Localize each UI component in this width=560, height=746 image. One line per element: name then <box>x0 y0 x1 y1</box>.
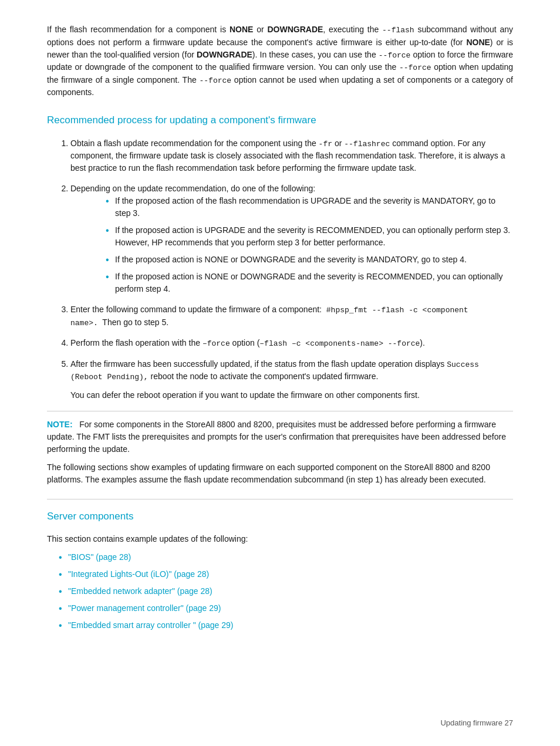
step-2: Depending on the update recommendation, … <box>70 183 513 295</box>
note-box: NOTE: For some components in the StoreAl… <box>47 411 513 499</box>
steps-list: Obtain a flash update recommendation for… <box>70 137 513 401</box>
step-3: Enter the following command to update th… <box>70 303 513 329</box>
bullet-4: If the proposed action is NONE or DOWNGR… <box>106 271 513 295</box>
step5-para2: You can defer the reboot operation if yo… <box>70 389 513 401</box>
downgrade-bold2: DOWNGRADE <box>197 50 252 59</box>
server-components-list: "BIOS" (page 28) "Integrated Lights-Out … <box>59 551 513 632</box>
note-para1: NOTE: For some components in the StoreAl… <box>47 418 513 455</box>
note-label: NOTE: <box>47 420 73 429</box>
section2-intro: This section contains example updates of… <box>47 533 513 545</box>
step-1: Obtain a flash update recommendation for… <box>70 137 513 175</box>
fr-code: -fr <box>319 140 332 148</box>
network-link[interactable]: "Embedded network adapter" (page 28) <box>68 586 212 596</box>
step-4: Perform the flash operation with the –fo… <box>70 337 513 350</box>
note-para2: The following sections show examples of … <box>47 461 513 486</box>
array-link[interactable]: "Embedded smart array controller " (page… <box>68 620 234 630</box>
list-item-network: "Embedded network adapter" (page 28) <box>59 585 513 598</box>
ilo-link[interactable]: "Integrated Lights-Out (iLO)" (page 28) <box>68 569 209 579</box>
bullet-1: If the proposed action of the flash reco… <box>106 195 513 220</box>
bullet-3: If the proposed action is NONE or DOWNGR… <box>106 254 513 266</box>
step2-bullets: If the proposed action of the flash reco… <box>106 195 513 295</box>
page-footer: Updating firmware 27 <box>440 717 513 729</box>
power-link[interactable]: "Power management controller" (page 29) <box>68 603 221 613</box>
bullet-2: If the proposed action is UPGRADE and th… <box>106 224 513 249</box>
downgrade-bold: DOWNGRADE <box>267 25 323 34</box>
flash-force-code: –flash –c <components-name> --force <box>259 339 420 348</box>
success-code: Success (Reboot Pending), <box>70 360 479 382</box>
step-5: After the firmware has been successfully… <box>70 358 513 401</box>
section1-heading: Recommended process for updating a compo… <box>47 113 513 128</box>
none-bold: NONE <box>230 25 253 34</box>
force-option-code: –force <box>203 339 230 348</box>
force-code1: --force <box>379 51 411 60</box>
list-item-bios: "BIOS" (page 28) <box>59 551 513 563</box>
flashrec-code: --flashrec <box>344 140 390 148</box>
list-item-power: "Power management controller" (page 29) <box>59 602 513 615</box>
force-code3: --force <box>200 76 232 85</box>
intro-paragraph: If the flash recommendation for a compon… <box>47 23 513 99</box>
flash-code: --flash <box>382 26 414 35</box>
force-code2: --force <box>399 63 431 72</box>
page: If the flash recommendation for a compon… <box>0 0 560 746</box>
bios-link[interactable]: "BIOS" (page 28) <box>68 552 131 562</box>
section2-heading: Server components <box>47 509 513 524</box>
step3-code: #hpsp_fmt --flash -c <component name>. <box>70 306 468 328</box>
list-item-ilo: "Integrated Lights-Out (iLO)" (page 28) <box>59 568 513 580</box>
list-item-array: "Embedded smart array controller " (page… <box>59 619 513 632</box>
none-bold2: NONE <box>466 38 490 47</box>
